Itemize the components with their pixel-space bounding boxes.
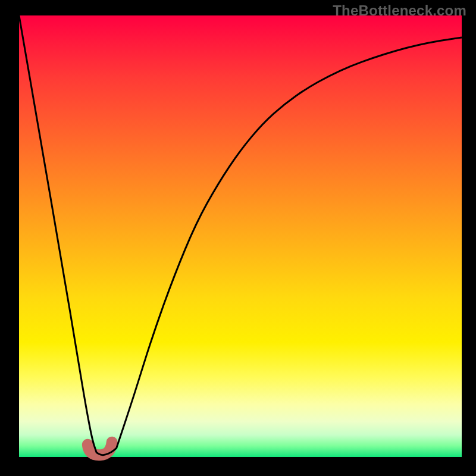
curve-layer	[19, 15, 462, 457]
bottleneck-curve	[19, 15, 462, 455]
chart-frame: TheBottleneck.com	[0, 0, 476, 476]
plot-area	[19, 15, 462, 457]
